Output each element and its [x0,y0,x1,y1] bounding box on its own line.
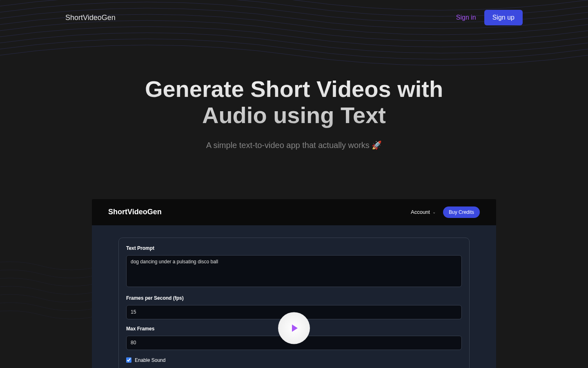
chevron-down-icon: ⌄ [432,210,436,214]
hero-section: Generate Short Videos with Audio using T… [0,35,588,150]
demo-body: Text Prompt Frames per Second (fps) Max … [92,225,496,368]
demo-header: ShortVideoGen Account ⌄ Buy Credits [92,199,496,225]
nav-actions: Sign in Sign up [456,10,523,25]
enable-sound-label: Enable Sound [135,357,165,363]
play-icon [292,324,298,332]
main-header: ShortVideoGen Sign in Sign up [0,0,588,35]
enable-sound-checkbox[interactable] [126,357,131,363]
fps-label: Frames per Second (fps) [126,295,462,301]
signin-link[interactable]: Sign in [456,14,476,21]
hero-title: Generate Short Videos with Audio using T… [131,76,457,129]
account-label: Account [411,209,430,215]
background-waves-bottom [0,245,102,368]
signup-button[interactable]: Sign up [484,10,523,25]
demo-preview: ShortVideoGen Account ⌄ Buy Credits Text… [92,199,496,368]
buy-credits-button[interactable]: Buy Credits [443,206,480,218]
brand-logo[interactable]: ShortVideoGen [65,13,116,22]
account-dropdown[interactable]: Account ⌄ [411,209,436,215]
enable-sound-row: Enable Sound [126,357,462,363]
play-button[interactable] [278,312,310,344]
prompt-textarea[interactable] [126,255,462,287]
demo-header-actions: Account ⌄ Buy Credits [411,206,480,218]
prompt-label: Text Prompt [126,245,462,251]
demo-brand-logo: ShortVideoGen [108,208,162,216]
hero-subtitle: A simple text-to-video app that actually… [0,140,588,150]
generation-form: Text Prompt Frames per Second (fps) Max … [118,238,470,368]
